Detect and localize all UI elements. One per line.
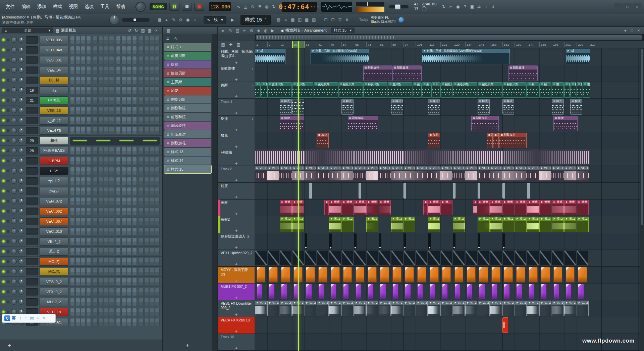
blend-notes-icon[interactable]: ≣ <box>256 3 263 10</box>
step-cell[interactable] <box>109 298 114 306</box>
step-cell[interactable] <box>127 106 131 115</box>
clip[interactable]: ► 擦擦 <box>577 200 589 215</box>
channel-led[interactable] <box>2 230 5 233</box>
funnel-icon[interactable]: ▽ <box>337 16 343 23</box>
step-cell[interactable] <box>98 86 103 94</box>
step-cell[interactable] <box>93 298 98 306</box>
close-icon[interactable]: × <box>635 27 642 34</box>
volume-knob[interactable] <box>18 299 24 305</box>
clip[interactable]: ≣ 副歌加花 <box>471 116 499 131</box>
step-cell[interactable] <box>144 167 149 175</box>
step-cell[interactable] <box>109 227 114 235</box>
playhead[interactable] <box>298 48 299 351</box>
step-cell[interactable] <box>132 268 137 276</box>
step-cell[interactable] <box>81 288 86 296</box>
step-sequencer[interactable] <box>70 76 160 84</box>
info-icon[interactable]: i <box>483 3 489 10</box>
step-cell[interactable] <box>104 298 108 306</box>
track-header[interactable]: VES1 FX Downlifter 099_2✚ <box>218 300 255 317</box>
channel-mute-dot[interactable] <box>7 129 9 132</box>
track-lane[interactable]: ► 擦擦► 擦擦► 擦► 擦擦► 擦擦► 擦擦► 擦擦► 擦擦► 擦► 擦擦► … <box>255 200 640 216</box>
step-cell[interactable] <box>109 308 114 316</box>
step-cell[interactable] <box>139 117 144 125</box>
step-cell[interactable] <box>127 177 131 185</box>
metronome-icon[interactable]: △ <box>242 3 249 10</box>
ime-toolbar[interactable]: Q 英 ☽”▤+✎ <box>2 314 56 323</box>
step-cell[interactable] <box>127 86 131 94</box>
step-cell[interactable] <box>86 76 91 84</box>
step-cell[interactable] <box>116 147 121 155</box>
clip[interactable] <box>331 267 340 282</box>
clip[interactable]: ► 擦..2 <box>366 217 378 232</box>
clip[interactable] <box>541 267 550 282</box>
step-cell[interactable] <box>98 46 103 54</box>
step-cell[interactable] <box>75 207 80 215</box>
clip[interactable] <box>478 250 490 266</box>
clip[interactable]: ≣ 副歌旋律 <box>508 65 538 81</box>
pattern-item[interactable]: ≣前奏贝斯 <box>164 52 211 60</box>
close-button[interactable]: × <box>633 3 641 10</box>
channel-button[interactable]: 1..5** <box>40 167 68 175</box>
step-sequencer[interactable] <box>70 167 160 175</box>
track-lane[interactable]: ≣ 样式..5≣ 样式 14≣ 样式 14≣ 样式 14≣ 样式 14≣ 样式 … <box>255 99 640 115</box>
clip[interactable]: ► 擦..2 <box>428 217 440 232</box>
channel-led[interactable] <box>2 280 5 283</box>
step-cell[interactable] <box>93 197 98 205</box>
clip[interactable]: ≣ 副歌贝斯 <box>314 82 338 98</box>
step-cell[interactable] <box>86 268 91 276</box>
clip[interactable] <box>269 267 278 282</box>
clip[interactable] <box>529 284 534 299</box>
step-cell[interactable] <box>93 36 98 44</box>
step-cell[interactable] <box>75 86 80 94</box>
step-cell[interactable] <box>81 177 86 185</box>
clip[interactable]: ≣ 贝.. <box>431 82 440 98</box>
clip[interactable]: ≣ 副 <box>539 82 551 98</box>
clip[interactable]: ≣ 副歌贝斯 <box>363 82 388 98</box>
channel-row[interactable]: VES..001 <box>0 55 162 65</box>
step-cell[interactable] <box>86 308 91 316</box>
step-cell[interactable] <box>121 298 126 306</box>
clip[interactable]: ► VE..1 <box>341 166 354 182</box>
track-header[interactable]: VEC4 FX Kicks 18✚ <box>218 317 255 334</box>
channel-led[interactable] <box>2 240 5 243</box>
channel-button[interactable]: MC..氛 <box>40 268 68 276</box>
volume-knob[interactable] <box>18 118 24 123</box>
clip[interactable] <box>479 267 488 282</box>
clip[interactable]: ≣ 主贝斯 <box>388 82 412 98</box>
clip[interactable] <box>552 149 590 165</box>
clip[interactable] <box>368 284 374 299</box>
step-cell[interactable] <box>127 237 131 246</box>
time-display[interactable]: 0:47:64 M:S:CS <box>282 2 317 12</box>
clip[interactable]: ► V.._2 <box>341 301 354 316</box>
clip[interactable] <box>515 250 527 266</box>
clip[interactable]: ≣ 前 <box>255 82 261 98</box>
clip[interactable]: ► 擦擦 <box>329 200 341 215</box>
step-cell[interactable] <box>86 227 91 235</box>
channel-button[interactable]: VED..005 <box>40 36 68 44</box>
step-cell[interactable] <box>155 197 160 205</box>
channel-mute-dot[interactable] <box>7 210 9 213</box>
step-cell[interactable] <box>98 117 103 125</box>
step-cell[interactable] <box>144 258 149 266</box>
step-cell[interactable] <box>86 298 91 306</box>
step-cell[interactable] <box>116 237 121 246</box>
volume-knob[interactable] <box>18 107 24 113</box>
clip[interactable] <box>354 149 403 165</box>
step-cell[interactable] <box>155 147 160 155</box>
clip[interactable]: ≣ 副 <box>527 82 539 98</box>
step-cell[interactable] <box>70 106 75 115</box>
clip[interactable]: ► V.._2 <box>527 301 539 316</box>
piano-roll-icon[interactable]: ▩ <box>304 16 310 23</box>
patterns-tab-icon[interactable]: ≣ <box>164 35 171 42</box>
mute-icon[interactable]: ⊘ <box>248 27 255 34</box>
channel-row[interactable]: VEH..048 <box>0 45 162 55</box>
clip[interactable]: ► 擦..2 <box>490 217 502 232</box>
clip[interactable]: ► VE..1 <box>440 166 452 182</box>
track-lane[interactable] <box>255 250 640 266</box>
clip[interactable] <box>255 250 267 266</box>
clip[interactable]: ► 擦擦 <box>341 200 354 215</box>
step-cell[interactable] <box>109 36 114 44</box>
clip[interactable]: ► V.._2 <box>379 301 391 316</box>
channel-row[interactable]: VEC..062 <box>0 206 162 216</box>
clip[interactable] <box>417 267 426 282</box>
